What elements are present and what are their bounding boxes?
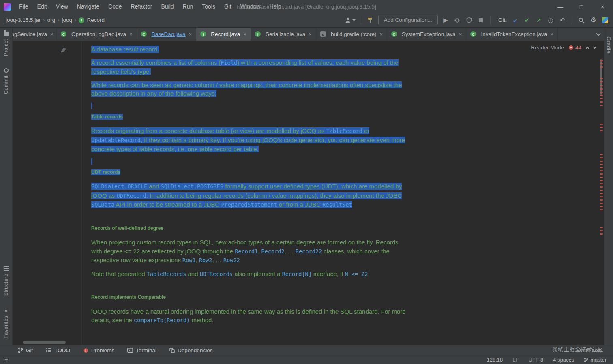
toolwindow-commit[interactable]: Commit [3, 68, 9, 94]
tab-serializable-java[interactable]: ISerializable.java× [251, 28, 316, 41]
git-commit-button[interactable]: ✔ [523, 16, 531, 25]
toolwindow-git[interactable]: Git [18, 347, 33, 353]
tab-label: BaseDao.java [152, 31, 186, 37]
git-push-button[interactable]: ↗ [535, 16, 543, 25]
build-hammer-icon[interactable] [367, 16, 375, 25]
tab-systemexception-java[interactable]: CSystemException.java× [387, 28, 466, 41]
menu-run[interactable]: Run [178, 0, 198, 13]
tab-record-java[interactable]: IRecord.java× [196, 28, 251, 41]
breadcrumb-item-jooq-3-15-5-jar[interactable]: jooq-3.15.5.jar [6, 17, 41, 23]
breadcrumb-item-record[interactable]: IRecord [79, 17, 105, 23]
tab-build-gradle-core[interactable]: gbuild.gradle (:core)× [316, 28, 387, 41]
error-stripe-mark [600, 98, 603, 99]
error-stripe-mark [600, 60, 603, 61]
status-master[interactable]: master [584, 357, 607, 363]
plugins-button[interactable] [601, 16, 609, 25]
toolwindow-project[interactable]: Project [3, 32, 9, 56]
tab-operationlogdao-java[interactable]: COperationLogDao.java× [57, 28, 137, 41]
tab-basedao-java[interactable]: CBaseDao.java× [137, 28, 197, 41]
run-button[interactable]: ▶ [442, 16, 450, 25]
search-icon [578, 17, 585, 24]
toolwindow-label: Dependencies [178, 347, 212, 353]
code-span: Row22 [223, 257, 240, 263]
code-span: Record2 [261, 248, 285, 255]
tab-close-icon[interactable]: × [129, 31, 133, 37]
toolwindow-problems[interactable]: Problems [83, 347, 114, 353]
coverage-button[interactable] [465, 16, 473, 25]
error-stripe-mark [600, 95, 603, 96]
code-span: Record1 [235, 248, 258, 255]
status-128-18[interactable]: 128:18 [487, 357, 503, 363]
editor-pane[interactable]: ✎ Reader Mode 44 A database result recor… [13, 41, 604, 345]
maximize-icon[interactable]: □ [571, 0, 592, 13]
tab-close-icon[interactable]: × [379, 31, 383, 37]
error-stripe-mark [600, 78, 603, 79]
error-stripe-mark [600, 66, 603, 68]
reader-mode-toggle[interactable]: Reader Mode [531, 45, 564, 51]
add-configuration-button[interactable]: Add Configuration... [378, 15, 438, 25]
toolwindow-favorites[interactable]: ★Favorites [3, 308, 9, 338]
search-everywhere-button[interactable] [577, 16, 585, 25]
menu-refactor[interactable]: Refactor [126, 0, 157, 13]
tab-close-icon[interactable]: × [309, 31, 312, 37]
bug-icon [454, 17, 460, 23]
settings-gear-icon[interactable]: ⚙ [589, 16, 597, 25]
status-4-spaces[interactable]: 4 spaces [553, 357, 574, 363]
previous-error-button[interactable] [586, 47, 589, 50]
status-label: 128:18 [487, 357, 503, 363]
user-account-icon[interactable] [345, 16, 356, 25]
doc-gap [91, 283, 408, 289]
menu-build[interactable]: Build [156, 0, 178, 13]
horizontal-scrollbar[interactable] [23, 341, 66, 344]
menu-code[interactable]: Code [104, 0, 126, 13]
toolwindow-gradle[interactable]: Gradle [606, 36, 612, 54]
menu-tools[interactable]: Tools [197, 0, 220, 13]
breadcrumb-item-jooq[interactable]: jooq [62, 17, 73, 23]
toolwindow-label: TODO [54, 347, 70, 353]
toolbar-separator [490, 16, 491, 24]
next-error-button[interactable] [593, 45, 596, 49]
toolwindow-terminal[interactable]: Terminal [127, 347, 156, 353]
toolwindow-structure[interactable]: Structure [3, 266, 9, 296]
error-stripe-mark [600, 92, 603, 93]
commit-icon [4, 68, 9, 73]
pencil-icon[interactable]: ✎ [60, 46, 66, 55]
error-stripe-mark [600, 101, 603, 103]
toolwindow-todo[interactable]: TODO [46, 347, 70, 353]
tab-close-icon[interactable]: × [189, 31, 192, 37]
git-rollback-button[interactable]: ↶ [558, 16, 566, 25]
event-log-button[interactable]: Event Log [576, 347, 601, 353]
class-icon: C [391, 31, 397, 37]
status-lf[interactable]: LF [512, 357, 519, 363]
git-update-button[interactable]: ↙ [511, 16, 519, 25]
tab-close-icon[interactable]: × [459, 31, 462, 37]
menu-edit[interactable]: Edit [33, 0, 51, 13]
code-span: PreparedStatement [221, 201, 277, 208]
status-utf-8[interactable]: UTF-8 [528, 357, 543, 363]
hammer-icon [367, 17, 374, 24]
doc-block: jOOQ records have a natural ordering imp… [91, 307, 408, 325]
git-history-button[interactable]: ◷ [547, 16, 555, 25]
breadcrumb-item-org[interactable]: org [47, 17, 56, 23]
doc-block: Records originating from a concrete data… [91, 126, 408, 154]
tab-invalidtokenexception-java[interactable]: CInvalidTokenException.java× [466, 28, 557, 41]
plugins-colored-icon [602, 17, 608, 23]
doc-link[interactable]: compareTo(Record) [134, 317, 190, 323]
minimize-icon[interactable]: — [550, 0, 571, 13]
tab-overflow-button[interactable] [593, 28, 604, 41]
menu-navigate[interactable]: Navigate [73, 0, 104, 13]
debug-button[interactable] [453, 16, 461, 25]
toolwindow-toggle-icon[interactable] [4, 358, 9, 362]
error-count-badge[interactable]: 44 [569, 45, 581, 51]
tab-close-icon[interactable]: × [550, 31, 553, 37]
close-icon[interactable]: × [592, 0, 613, 13]
menu-view[interactable]: View [51, 0, 73, 13]
menu-file[interactable]: File [15, 0, 33, 13]
right-tool-stripe: Gradle [604, 28, 613, 345]
tab-close-icon[interactable]: × [50, 31, 54, 37]
error-icon [569, 45, 573, 50]
menu-git[interactable]: Git [220, 0, 236, 13]
stop-button[interactable] [477, 16, 485, 25]
toolwindow-dependencies[interactable]: Dependencies [169, 347, 212, 353]
tab-close-icon[interactable]: × [243, 31, 246, 37]
